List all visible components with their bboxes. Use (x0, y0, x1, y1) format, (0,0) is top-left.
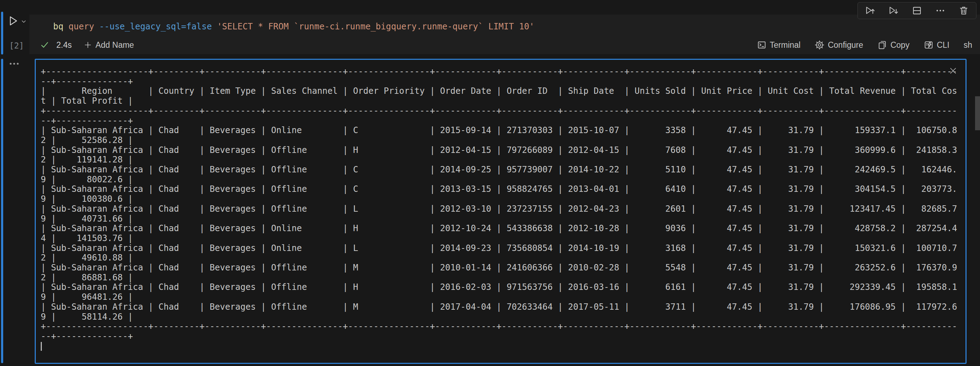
plus-icon (84, 41, 92, 49)
success-check-icon (40, 40, 49, 49)
cell-output-terminal: +--------------------+---------+--------… (35, 59, 967, 364)
terminal-line: | Sub-Saharan Africa | Chad | Beverages … (41, 204, 966, 214)
notebook-cell: bq query --use_legacy_sql=false 'SELECT … (29, 14, 980, 54)
terminal-line: 2 | 52586.28 | (41, 136, 966, 146)
terminal-line: 9 | 80022.6 | (41, 175, 966, 185)
configure-button[interactable]: Configure (815, 40, 863, 50)
terminal-line: | Sub-Saharan Africa | Chad | Beverages … (41, 263, 966, 273)
status-left: 2.4s Add Name (40, 40, 134, 50)
terminal-line: 2 | 86881.68 | (41, 273, 966, 283)
command-flag: --use_legacy_sql=false (99, 22, 212, 32)
cell-toolbar (858, 2, 977, 19)
terminal-line: 2 | 119141.28 | (41, 155, 966, 165)
terminal-line: +--------------------+---------+--------… (41, 67, 966, 77)
terminal-line: t | Total Profit | (41, 96, 966, 106)
command-editor[interactable]: bq query --use_legacy_sql=false 'SELECT … (53, 18, 534, 35)
terminal-line: 4 | 141503.76 | (41, 234, 966, 244)
terminal-line: | Sub-Saharan Africa | Chad | Beverages … (41, 146, 966, 155)
cell-focus-bar (1, 12, 3, 54)
terminal-line: | Region | Country | Item Type | Sales C… (41, 86, 966, 96)
terminal-line: +--------------------+---------+--------… (41, 322, 966, 332)
terminal-line: | Sub-Saharan Africa | Chad | Beverages … (41, 302, 966, 312)
terminal-line: --+--------------+ (41, 77, 966, 87)
run-cell-button[interactable] (7, 15, 19, 27)
execution-count: [2] (9, 41, 24, 50)
cell-status-bar: 2.4s Add Name Terminal (29, 36, 980, 54)
terminal-output[interactable]: +--------------------+---------+--------… (36, 60, 966, 363)
cli-label: CLI (937, 40, 950, 50)
cli-icon (924, 40, 934, 50)
close-output-button[interactable] (948, 66, 958, 75)
language-indicator[interactable]: sh (964, 40, 972, 50)
run-above-button[interactable] (865, 5, 875, 16)
terminal-icon (757, 40, 767, 50)
command-query-string: 'SELECT * FROM `runme-ci.runme_bigquery.… (217, 22, 534, 32)
configure-label: Configure (828, 40, 863, 50)
copy-icon (877, 40, 887, 50)
run-options-chevron-icon[interactable] (21, 18, 27, 25)
delete-cell-button[interactable] (958, 5, 969, 16)
command-program: bq (53, 22, 64, 32)
cell-menu-ellipsis-icon[interactable] (9, 59, 20, 68)
terminal-line: | Sub-Saharan Africa | Chad | Beverages … (41, 126, 966, 136)
terminal-line: 9 | 96481.26 | (41, 292, 966, 302)
split-cell-button[interactable] (912, 5, 922, 16)
terminal-line: +--------------------+---------+--------… (41, 106, 966, 116)
terminal-line: 2 | 49610.88 | (41, 253, 966, 263)
output-focus-bar (1, 59, 3, 363)
terminal-line: 9 | 40731.66 | (41, 214, 966, 224)
terminal-lines: +--------------------+---------+--------… (41, 67, 966, 342)
add-name-button[interactable]: Add Name (84, 40, 134, 50)
terminal-label: Terminal (770, 40, 801, 50)
play-icon (7, 15, 19, 27)
editor-scrollbar-thumb[interactable] (975, 96, 980, 130)
terminal-cursor-line (41, 342, 966, 352)
add-name-label: Add Name (95, 40, 134, 50)
copy-label: Copy (890, 40, 910, 50)
command-subcommand: query (68, 22, 94, 32)
terminal-line: | Sub-Saharan Africa | Chad | Beverages … (41, 244, 966, 254)
terminal-line: 9 | 58114.26 | (41, 312, 966, 322)
terminal-line: 9 | 100380.6 | (41, 194, 966, 204)
terminal-line: | Sub-Saharan Africa | Chad | Beverages … (41, 282, 966, 292)
terminal-line: | Sub-Saharan Africa | Chad | Beverages … (41, 165, 966, 175)
terminal-line: --+--------------+ (41, 116, 966, 126)
cli-button[interactable]: CLI (924, 40, 950, 50)
terminal-cursor (41, 342, 42, 351)
terminal-line: --+--------------+ (41, 332, 966, 342)
terminal-button[interactable]: Terminal (757, 40, 801, 50)
terminal-line: | Sub-Saharan Africa | Chad | Beverages … (41, 224, 966, 234)
more-actions-button[interactable] (935, 5, 946, 16)
execution-duration: 2.4s (56, 40, 72, 50)
status-right: Terminal Configure (757, 40, 972, 50)
run-below-button[interactable] (888, 5, 899, 16)
terminal-line: | Sub-Saharan Africa | Chad | Beverages … (41, 184, 966, 194)
copy-button[interactable]: Copy (877, 40, 910, 50)
gear-icon (815, 40, 824, 50)
